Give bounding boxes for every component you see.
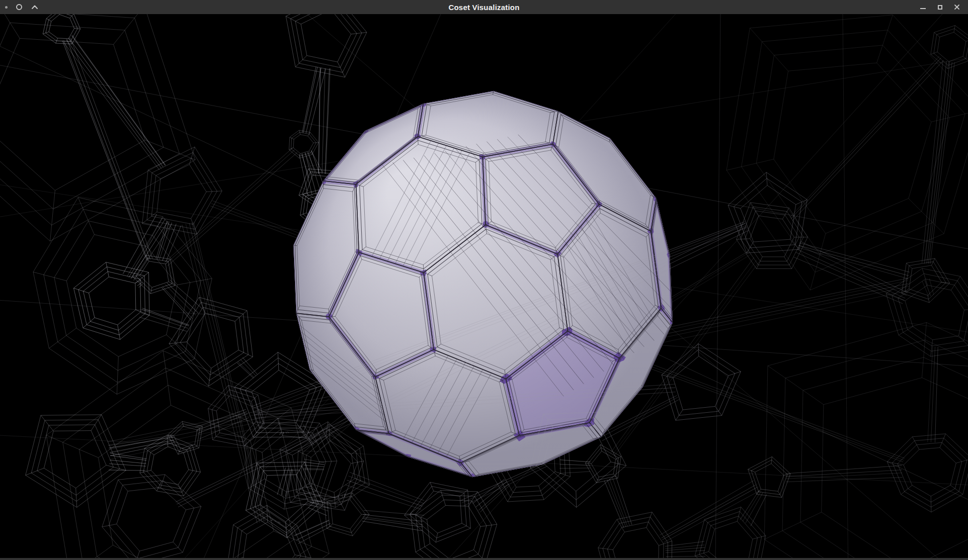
window-root: Coset Visualization — [0, 0, 968, 560]
minimize-button[interactable] — [918, 2, 928, 12]
close-icon — [954, 4, 960, 10]
close-button[interactable] — [952, 2, 962, 12]
viewport-canvas[interactable] — [0, 14, 968, 558]
record-circle-icon[interactable] — [16, 4, 22, 10]
maximize-icon — [938, 5, 942, 10]
unsaved-dot-icon — [5, 6, 8, 9]
bottom-border — [0, 558, 968, 560]
minimize-icon — [920, 8, 926, 9]
titlebar[interactable]: Coset Visualization — [0, 0, 968, 14]
maximize-button[interactable] — [935, 2, 945, 12]
window-title: Coset Visualization — [0, 3, 968, 12]
expand-chevron-icon[interactable] — [31, 4, 39, 10]
